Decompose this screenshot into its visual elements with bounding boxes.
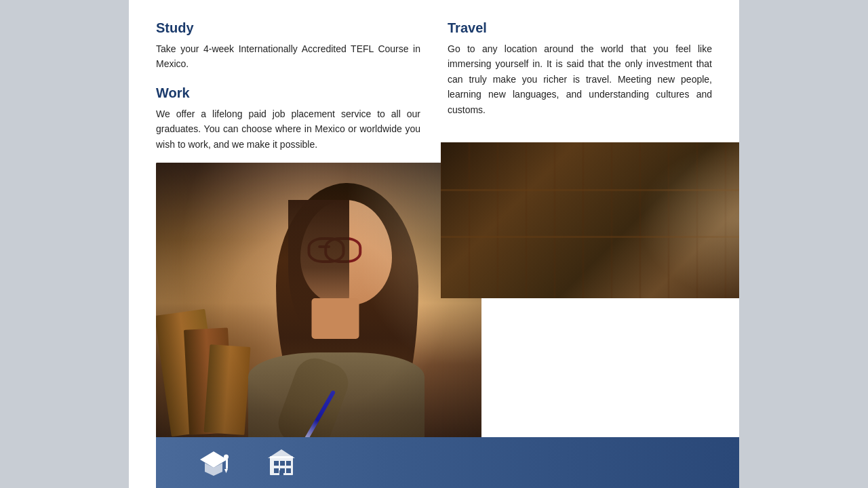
svg-rect-9 bbox=[286, 461, 291, 466]
right-image bbox=[441, 142, 739, 298]
travel-title: Travel bbox=[448, 20, 712, 36]
travel-body: Go to any location around the world that… bbox=[448, 41, 712, 117]
work-title: Work bbox=[156, 85, 420, 101]
svg-rect-10 bbox=[274, 468, 279, 473]
bottom-bar bbox=[156, 437, 739, 488]
page-container: Study Take your 4-week Internationally A… bbox=[129, 0, 739, 488]
grad-cap-svg bbox=[197, 446, 231, 480]
svg-rect-13 bbox=[279, 470, 283, 475]
svg-point-4 bbox=[224, 454, 229, 459]
left-column: Study Take your 4-week Internationally A… bbox=[156, 14, 420, 165]
building-svg bbox=[264, 446, 298, 480]
svg-rect-8 bbox=[280, 461, 285, 466]
svg-marker-6 bbox=[268, 449, 295, 458]
study-body: Take your 4-week Internationally Accredi… bbox=[156, 41, 420, 72]
image-background bbox=[156, 163, 481, 474]
svg-rect-12 bbox=[286, 468, 291, 473]
svg-marker-3 bbox=[224, 469, 228, 473]
content-area: Study Take your 4-week Internationally A… bbox=[129, 0, 739, 165]
work-body: We offer a lifelong paid job placement s… bbox=[156, 106, 420, 152]
graduation-cap-icon bbox=[197, 446, 231, 480]
svg-rect-2 bbox=[226, 458, 228, 469]
study-title: Study bbox=[156, 20, 420, 36]
building-icon bbox=[264, 446, 298, 480]
svg-rect-7 bbox=[274, 461, 279, 466]
svg-marker-0 bbox=[200, 451, 227, 468]
student-image bbox=[156, 163, 481, 474]
